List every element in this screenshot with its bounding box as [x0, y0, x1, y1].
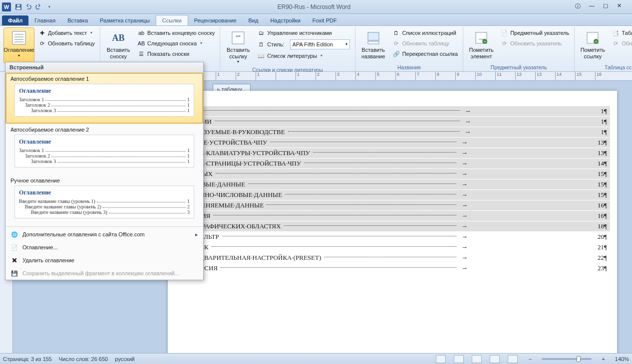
- tab-references[interactable]: Ссылки: [156, 15, 188, 25]
- update-table-label: Обновить таблицу: [48, 39, 95, 47]
- svg-text:+: +: [484, 39, 486, 44]
- toc-button[interactable]: Оглавление ▾: [4, 28, 34, 63]
- style-value: APA Fifth Edition: [293, 40, 333, 48]
- qat-customize-icon[interactable]: [44, 2, 53, 11]
- insert-caption-button[interactable]: Вставить название: [358, 28, 388, 63]
- next-footnote-icon: AB: [137, 39, 145, 47]
- group-captions-label: Названия: [358, 63, 460, 71]
- help-icon[interactable]: ⓘ: [575, 2, 588, 11]
- update-index-button[interactable]: ⟳Обновить указатель: [498, 38, 571, 48]
- mark-citation-button[interactable]: + Пометить ссылку: [578, 28, 608, 63]
- minimize-icon[interactable]: —: [589, 2, 602, 11]
- show-notes-icon: ☰: [137, 50, 145, 58]
- gallery-header-builtin: Встроенный: [5, 62, 203, 72]
- toc-button-label: Оглавление: [3, 47, 34, 53]
- undo-icon[interactable]: [24, 2, 33, 11]
- index-button[interactable]: 📄Предметный указатель: [498, 28, 571, 38]
- update-table3-label: Обновить таблицу: [622, 39, 632, 47]
- update-index-label: Обновить указатель: [510, 39, 562, 47]
- tab-file[interactable]: Файл: [2, 15, 28, 25]
- insert-endnote-label: Вставить концевую сноску: [147, 29, 215, 37]
- update-index-icon: ⟳: [500, 39, 508, 47]
- svg-rect-10: [368, 32, 379, 40]
- redo-icon[interactable]: [34, 2, 43, 11]
- cross-ref-label: Перекрестная ссылка: [402, 50, 458, 58]
- update-table-button[interactable]: ⟳Обновить таблицу: [36, 38, 97, 48]
- mark-citation-label: Пометить ссылку: [579, 47, 607, 59]
- style-icon: 🗒: [257, 40, 265, 48]
- table-auth-icon: 📑: [612, 29, 620, 37]
- tab-home[interactable]: Главная: [28, 15, 61, 25]
- cross-ref-button[interactable]: 🔗Перекрестная ссылка: [390, 49, 460, 59]
- list-figures-label: Список иллюстраций: [402, 29, 456, 37]
- group-citations-label: Ссылки и списки литературы: [223, 66, 351, 72]
- app-icon: W: [2, 2, 11, 11]
- manage-sources-label: Управление источниками: [267, 29, 331, 37]
- table-auth-button[interactable]: 📑Таблица ссылок: [610, 28, 632, 38]
- mark-citation-icon: +: [585, 30, 601, 46]
- svg-rect-3: [12, 31, 25, 44]
- citation-icon: “”: [230, 30, 246, 46]
- add-text-label: Добавить текст: [48, 29, 87, 37]
- tab-review[interactable]: Рецензирование: [188, 15, 243, 25]
- group-authorities: + Пометить ссылку 📑Таблица ссылок ⟳Обнов…: [575, 27, 632, 71]
- update-table3-button[interactable]: ⟳Обновить таблицу: [610, 38, 632, 48]
- tab-view[interactable]: Вид: [243, 15, 265, 25]
- update-table2-button[interactable]: ⟳Обновить таблицу: [390, 38, 460, 48]
- style-label: Стиль:: [267, 40, 284, 48]
- bibliography-label: Список литературы: [267, 52, 317, 60]
- endnote-icon: ab: [137, 29, 145, 37]
- style-selector[interactable]: 🗒Стиль: APA Fifth Edition▾: [255, 38, 351, 50]
- show-notes-label: Показать сноски: [147, 50, 189, 58]
- title-bar: W ER90-Rus - Microsoft Word ⓘ — ▢ ✕: [0, 0, 632, 14]
- style-combo[interactable]: APA Fifth Edition▾: [290, 39, 350, 49]
- cross-ref-icon: 🔗: [392, 50, 400, 58]
- manage-sources-icon: 🗂: [257, 29, 265, 37]
- toc-icon: [11, 30, 27, 46]
- svg-rect-1: [16, 7, 20, 9]
- bibliography-icon: 📖: [257, 52, 265, 60]
- mark-entry-button[interactable]: —+ Пометить элемент: [466, 28, 496, 63]
- svg-text:“”: “”: [236, 34, 241, 42]
- close-icon[interactable]: ✕: [617, 2, 630, 11]
- update-icon: ⟳: [38, 39, 46, 47]
- update3-icon: ⟳: [612, 39, 620, 47]
- tab-foxit[interactable]: Foxit PDF: [307, 15, 343, 25]
- insert-citation-label: Вставить ссылку: [224, 47, 252, 59]
- window-title: ER90-Rus - Microsoft Word: [53, 3, 575, 10]
- update-table2-label: Обновить таблицу: [402, 39, 449, 47]
- update2-icon: ⟳: [392, 39, 400, 47]
- toc-gallery-dropdown: Встроенный Автособираемое оглавление 1 О…: [5, 62, 204, 72]
- manage-sources-button[interactable]: 🗂Управление источниками: [255, 28, 351, 38]
- group-authorities-label: Таблица ссылок: [578, 63, 632, 71]
- insert-caption-label: Вставить название: [359, 47, 387, 59]
- insert-footnote-label: Вставить сноску: [104, 47, 132, 59]
- maximize-icon[interactable]: ▢: [603, 2, 616, 11]
- bibliography-button[interactable]: 📖Список литературы: [255, 51, 351, 61]
- index-label: Предметный указатель: [510, 29, 569, 37]
- tab-insert[interactable]: Вставка: [61, 15, 94, 25]
- add-text-button[interactable]: ✚Добавить текст: [36, 28, 97, 38]
- caption-icon: [365, 30, 381, 46]
- index-icon: 📄: [500, 29, 508, 37]
- svg-rect-11: [368, 41, 379, 44]
- list-figures-button[interactable]: 🗒Список иллюстраций: [390, 28, 460, 38]
- footnote-icon: AB: [110, 30, 126, 46]
- table-auth-label: Таблица ссылок: [622, 29, 632, 37]
- save-icon[interactable]: [14, 2, 23, 11]
- insert-footnote-button[interactable]: AB Вставить сноску: [103, 28, 133, 63]
- svg-text:+: +: [595, 39, 598, 44]
- insert-endnote-button[interactable]: abВставить концевую сноску: [135, 28, 217, 38]
- tab-layout[interactable]: Разметка страницы: [94, 15, 156, 25]
- svg-rect-2: [17, 4, 20, 6]
- insert-citation-button[interactable]: “” Вставить ссылку▾: [223, 28, 253, 66]
- mark-entry-icon: —+: [473, 30, 489, 46]
- next-footnote-label: Следующая сноска: [147, 39, 197, 47]
- mark-entry-label: Пометить элемент: [467, 47, 495, 59]
- group-citations: “” Вставить ссылку▾ 🗂Управление источник…: [220, 27, 355, 71]
- tab-addins[interactable]: Надстройки: [264, 15, 306, 25]
- add-text-icon: ✚: [38, 29, 46, 37]
- next-footnote-button[interactable]: ABСледующая сноска: [135, 38, 217, 48]
- show-notes-button[interactable]: ☰Показать сноски: [135, 49, 217, 59]
- group-captions: Вставить название 🗒Список иллюстраций ⟳О…: [355, 27, 464, 71]
